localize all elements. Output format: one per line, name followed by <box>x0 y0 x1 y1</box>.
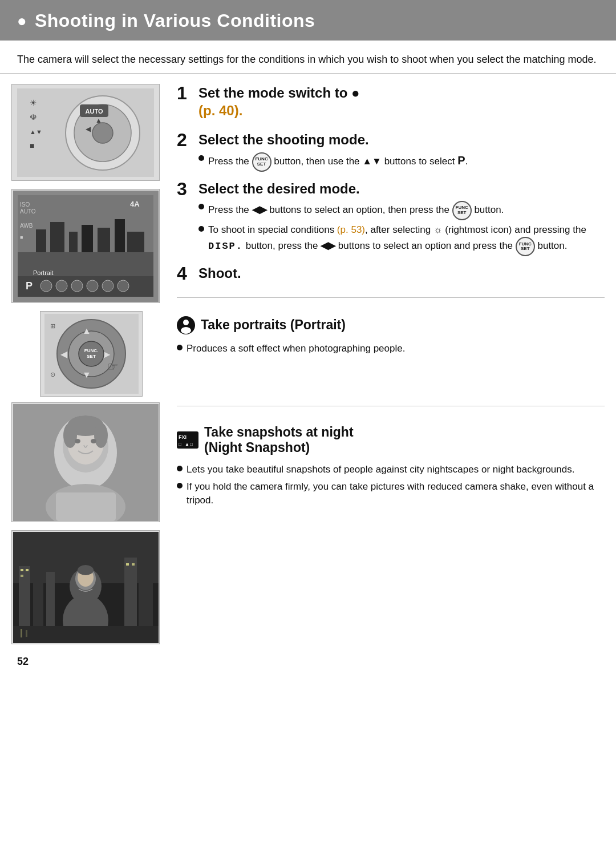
step-2-bullet-1: Press the FUNCSET button, then use the ▲… <box>198 152 605 172</box>
night-bullet-2: If you hold the camera firmly, you can t… <box>177 480 605 508</box>
portrait-bullet-1: Produces a soft effect when photographin… <box>177 342 605 356</box>
svg-point-60 <box>94 423 108 448</box>
bullet-dot <box>198 155 204 161</box>
page-title: Shooting in Various Conditions <box>35 10 315 31</box>
svg-point-29 <box>40 280 52 292</box>
svg-rect-23 <box>127 232 144 252</box>
svg-rect-27 <box>18 276 153 297</box>
svg-text:▲: ▲ <box>185 442 189 447</box>
lower-left-col <box>11 402 171 644</box>
step-4-number: 4 <box>177 264 193 282</box>
svg-text:□: □ <box>179 442 181 447</box>
separator-2 <box>177 406 605 406</box>
bullet-dot <box>177 345 183 350</box>
left-column: AUTO ◀ ▶ ▲ ▼ ☀ ☫ ▲▼ ■ <box>11 84 171 397</box>
svg-text:AUTO: AUTO <box>20 208 36 215</box>
step-3-bullet-2-text: To shoot in special conditions (p. 53), … <box>208 223 605 257</box>
step-2-bullet-1-text: Press the FUNCSET button, then use the ▲… <box>208 152 605 172</box>
svg-rect-83 <box>21 629 22 637</box>
svg-rect-22 <box>115 219 125 252</box>
svg-text:SET: SET <box>87 354 96 359</box>
func-set-icon: FUNCSET <box>252 152 271 172</box>
svg-text:FXI: FXI <box>179 434 187 440</box>
svg-point-34 <box>117 280 129 292</box>
portrait-icon <box>177 316 195 334</box>
svg-text:☞: ☞ <box>107 360 119 374</box>
svg-rect-72 <box>21 569 23 571</box>
svg-rect-21 <box>98 228 110 252</box>
svg-text:◀: ◀ <box>60 349 68 359</box>
camera-header-icon: ● <box>17 12 27 30</box>
svg-rect-82 <box>13 626 159 643</box>
step-4-content: Shoot. <box>198 264 605 285</box>
step-3-bullet-1-text: Press the ◀▶ buttons to select an option… <box>208 201 605 220</box>
svg-rect-20 <box>82 225 93 252</box>
page-header: ● Shooting in Various Conditions <box>0 0 616 41</box>
bullet-dot <box>177 466 183 471</box>
func-set-icon-3: FUNCSET <box>516 237 535 256</box>
page-number: 52 <box>0 644 616 673</box>
step-2-title: Select the shooting mode. <box>198 131 605 148</box>
auto-dial-image: AUTO ◀ ▶ ▲ ▼ ☀ ☫ ▲▼ ■ <box>11 84 160 181</box>
svg-rect-73 <box>26 569 29 571</box>
night-section-title: Take snapshots at night (Night Snapshot) <box>204 425 354 455</box>
disp-text: DISP. <box>208 241 243 252</box>
portrait-section-title: Take portraits (Portrait) <box>201 317 346 333</box>
svg-text:⊞: ⊞ <box>50 322 55 329</box>
portrait-bullet-1-text: Produces a soft effect when photographin… <box>187 342 605 356</box>
svg-rect-17 <box>36 229 46 252</box>
step-3-bullet-1: Press the ◀▶ buttons to select an option… <box>198 201 605 220</box>
step-4: 4 Shoot. <box>177 264 605 285</box>
svg-text:▶: ▶ <box>103 349 111 359</box>
night-section-head: FXI □ ▲ □ Take snapshots at night (Night… <box>177 425 605 455</box>
step-1-content: Set the mode switch to ● (p. 40). <box>198 84 605 123</box>
svg-text:■: ■ <box>20 235 23 240</box>
svg-text:AWB: AWB <box>20 223 33 229</box>
svg-point-59 <box>63 423 77 448</box>
step-2: 2 Select the shooting mode. Press the FU… <box>177 131 605 171</box>
portrait-photo <box>11 402 160 522</box>
main-content: AUTO ◀ ▶ ▲ ▼ ☀ ☫ ▲▼ ■ <box>0 84 616 397</box>
step-1-title: Set the mode switch to ● (p. 40). <box>198 84 605 119</box>
svg-text:☫: ☫ <box>30 112 37 122</box>
svg-text:⊙: ⊙ <box>50 371 55 378</box>
separator-1 <box>177 297 605 298</box>
svg-rect-76 <box>132 563 135 566</box>
night-snapshot-icon: FXI □ ▲ □ <box>177 431 198 449</box>
portrait-section-head: Take portraits (Portrait) <box>177 316 605 334</box>
page-link-53[interactable]: (p. 53) <box>337 224 365 235</box>
svg-text:■: ■ <box>30 141 34 150</box>
intro-text: The camera will select the necessary set… <box>0 41 616 74</box>
bullet-dot <box>198 204 204 209</box>
svg-point-53 <box>181 327 191 334</box>
bullet-dot <box>177 483 183 488</box>
svg-point-62 <box>91 439 96 443</box>
svg-text:▼: ▼ <box>82 370 91 380</box>
bullet-dot-2 <box>198 226 204 232</box>
step-2-content: Select the shooting mode. Press the FUNC… <box>198 131 605 171</box>
night-bullet-2-text: If you hold the camera firmly, you can t… <box>187 480 605 508</box>
svg-text:P: P <box>26 280 33 292</box>
svg-point-32 <box>87 280 98 292</box>
svg-point-30 <box>56 280 67 292</box>
svg-point-80 <box>78 565 94 575</box>
step-3-number: 3 <box>177 180 193 198</box>
step-1: 1 Set the mode switch to ● (p. 40). <box>177 84 605 123</box>
svg-text:Portrait: Portrait <box>33 269 53 276</box>
svg-text:□: □ <box>190 442 193 447</box>
step-1-link[interactable]: (p. 40). <box>198 103 242 118</box>
svg-rect-74 <box>21 575 23 577</box>
night-photo <box>11 530 160 644</box>
step-3-title: Select the desired mode. <box>198 180 605 197</box>
night-bullet-1-text: Lets you take beautiful snapshots of peo… <box>187 463 605 477</box>
svg-point-61 <box>75 439 80 443</box>
svg-point-31 <box>71 280 83 292</box>
night-bullet-1: Lets you take beautiful snapshots of peo… <box>177 463 605 477</box>
right-column: 1 Set the mode switch to ● (p. 40). 2 Se… <box>177 84 605 397</box>
svg-text:AUTO: AUTO <box>86 108 103 115</box>
svg-rect-18 <box>50 222 64 252</box>
shooting-mode-image: 4A ISO AUTO P Portrait AWB ■ <box>11 189 160 303</box>
svg-rect-19 <box>69 232 78 252</box>
step-3-content: Select the desired mode. Press the ◀▶ bu… <box>198 180 605 257</box>
svg-text:ISO: ISO <box>20 201 30 208</box>
